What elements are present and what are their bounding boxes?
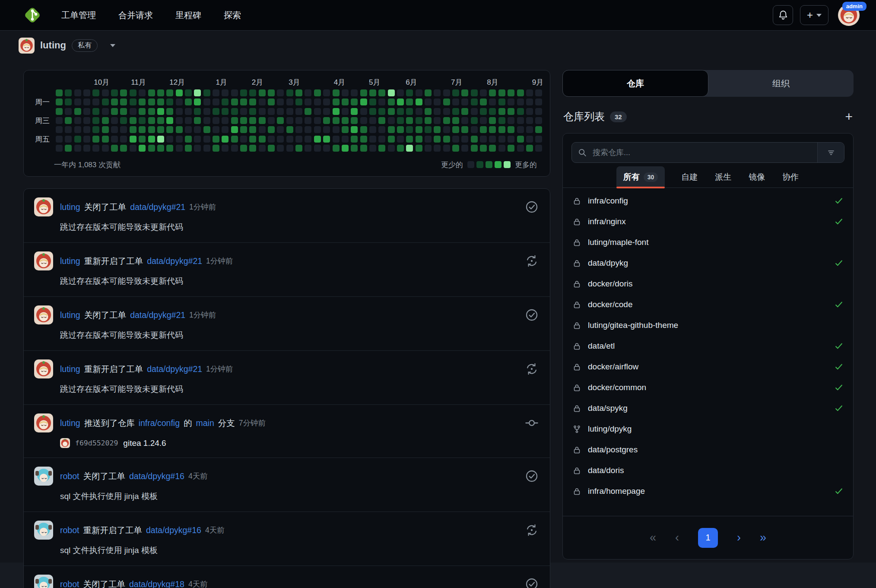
feed-link[interactable]: data/dpykg#18 bbox=[129, 579, 184, 588]
avatar[interactable] bbox=[34, 575, 53, 588]
nav-item[interactable]: 探索 bbox=[224, 10, 241, 21]
context-subheader: luting 私有 bbox=[0, 31, 876, 60]
repo-filter-tab[interactable]: 镜像 bbox=[748, 166, 766, 188]
feed-link[interactable]: luting bbox=[60, 202, 80, 212]
repo-filter-tab[interactable]: 协作 bbox=[781, 166, 800, 188]
repo-row[interactable]: docker/doris bbox=[572, 273, 844, 294]
notifications-button[interactable] bbox=[773, 5, 793, 25]
feed-link[interactable]: luting bbox=[60, 256, 80, 266]
nav-item[interactable]: 里程碑 bbox=[175, 10, 201, 21]
repo-name[interactable]: infra/homepage bbox=[588, 486, 645, 496]
repo-name[interactable]: docker/airflow bbox=[588, 362, 638, 372]
heatmap-cell bbox=[148, 145, 155, 152]
repo-row[interactable]: data/dpykg bbox=[572, 253, 844, 273]
create-new-button[interactable]: + bbox=[800, 5, 828, 25]
feed-link[interactable]: main bbox=[196, 418, 214, 428]
avatar[interactable] bbox=[34, 467, 53, 486]
feed-link[interactable]: luting bbox=[60, 364, 80, 374]
repo-name[interactable]: data/dpykg bbox=[588, 258, 628, 268]
repo-row[interactable]: luting/dpykg bbox=[572, 419, 844, 439]
feed-link[interactable]: data/dpykg#21 bbox=[130, 310, 185, 320]
repo-name[interactable]: luting/maple-font bbox=[588, 238, 648, 247]
feed-type-icon bbox=[525, 523, 539, 537]
heatmap-cell bbox=[397, 99, 404, 105]
repo-row[interactable]: data/spykg bbox=[572, 398, 844, 419]
repo-name[interactable]: luting/gitea-github-theme bbox=[588, 321, 678, 330]
feed-link[interactable]: robot bbox=[60, 525, 79, 535]
feed-link[interactable]: data/dpykg#16 bbox=[146, 525, 201, 535]
repo-name[interactable]: docker/code bbox=[588, 300, 633, 309]
repo-search-input[interactable] bbox=[593, 143, 817, 162]
feed-link[interactable]: robot bbox=[60, 471, 79, 481]
repo-name[interactable]: data/spykg bbox=[588, 404, 628, 413]
feed-link[interactable]: robot bbox=[60, 579, 79, 588]
avatar bbox=[19, 38, 35, 54]
context-username[interactable]: luting bbox=[40, 40, 66, 51]
add-repo-button[interactable]: + bbox=[845, 110, 853, 123]
feed-link[interactable]: data/dpykg#21 bbox=[147, 256, 202, 266]
repo-row[interactable]: docker/code bbox=[572, 294, 844, 315]
avatar[interactable] bbox=[34, 413, 53, 432]
legend-swatch bbox=[504, 161, 511, 168]
avatar[interactable] bbox=[34, 305, 53, 324]
feed-link[interactable]: data/dpykg#21 bbox=[147, 364, 202, 374]
feed-link[interactable]: luting bbox=[60, 418, 80, 428]
repo-filter-tab[interactable]: 自建 bbox=[680, 166, 698, 188]
repo-name[interactable]: infra/config bbox=[588, 196, 628, 206]
sync-check-icon bbox=[834, 196, 844, 206]
repo-name[interactable]: data/doris bbox=[588, 466, 624, 475]
repo-name[interactable]: docker/doris bbox=[588, 279, 633, 289]
feed-link[interactable]: data/dpykg#21 bbox=[130, 202, 185, 212]
heatmap-cell bbox=[240, 126, 247, 133]
heatmap-cell bbox=[406, 126, 413, 133]
avatar[interactable] bbox=[34, 521, 53, 540]
avatar[interactable] bbox=[34, 251, 53, 270]
heatmap-cell bbox=[139, 108, 146, 115]
sidebar-tab-repos[interactable]: 仓库 bbox=[562, 70, 708, 97]
sidebar-tab-orgs[interactable]: 组织 bbox=[708, 70, 854, 97]
repo-name[interactable]: data/etl bbox=[588, 341, 615, 351]
repo-row[interactable]: data/doris bbox=[572, 460, 844, 481]
repo-name[interactable]: infra/nginx bbox=[588, 217, 626, 226]
feed-link[interactable]: luting bbox=[60, 310, 80, 320]
feed-link[interactable]: infra/config bbox=[139, 418, 180, 428]
user-menu[interactable]: admin bbox=[838, 4, 860, 26]
nav-item[interactable]: 工单管理 bbox=[61, 10, 96, 21]
repo-row[interactable]: infra/nginx bbox=[572, 211, 844, 232]
repo-name[interactable]: docker/common bbox=[588, 383, 646, 392]
pagination-arrow[interactable]: › bbox=[737, 532, 741, 544]
pagination-arrow[interactable]: » bbox=[760, 532, 766, 544]
repo-row[interactable]: docker/airflow bbox=[572, 356, 844, 377]
repo-search-bar bbox=[571, 142, 844, 163]
repo-row[interactable]: luting/gitea-github-theme bbox=[572, 315, 844, 336]
repo-filter-tab[interactable]: 所有30 bbox=[616, 166, 665, 188]
feed-link[interactable]: data/dpykg#16 bbox=[129, 471, 184, 481]
heatmap-cell bbox=[139, 145, 146, 152]
repo-name[interactable]: luting/dpykg bbox=[588, 424, 632, 434]
repo-row[interactable]: infra/homepage bbox=[572, 481, 844, 502]
heatmap-month-label: 12月 bbox=[169, 77, 185, 87]
chevron-down-icon[interactable] bbox=[110, 44, 115, 47]
repo-visibility-icon bbox=[572, 425, 581, 434]
gitea-logo-icon[interactable] bbox=[22, 5, 42, 25]
repo-row[interactable]: infra/config bbox=[572, 191, 844, 211]
pagination-current-page[interactable]: 1 bbox=[698, 528, 718, 548]
repo-name[interactable]: data/postgres bbox=[588, 445, 638, 455]
nav-item[interactable]: 合并请求 bbox=[118, 10, 153, 21]
heatmap-cell bbox=[166, 108, 173, 115]
avatar[interactable] bbox=[34, 359, 53, 378]
avatar[interactable] bbox=[34, 197, 53, 216]
repo-row[interactable]: docker/common bbox=[572, 377, 844, 398]
heatmap-cell bbox=[65, 108, 72, 115]
heatmap-cell bbox=[157, 145, 164, 152]
repo-filter-button[interactable] bbox=[817, 143, 844, 162]
heatmap-cell bbox=[139, 99, 146, 105]
feed-action-text: 推送到了仓库 bbox=[84, 417, 135, 429]
feed-action-text: 重新开启了工单 bbox=[84, 363, 143, 375]
repo-filter-tab[interactable]: 派生 bbox=[714, 166, 732, 188]
repo-row[interactable]: data/postgres bbox=[572, 439, 844, 460]
repo-row[interactable]: luting/maple-font bbox=[572, 232, 844, 253]
repo-row[interactable]: data/etl bbox=[572, 336, 844, 356]
heatmap-cell bbox=[323, 99, 330, 105]
commit-hash[interactable]: f69d552029 bbox=[75, 439, 118, 447]
